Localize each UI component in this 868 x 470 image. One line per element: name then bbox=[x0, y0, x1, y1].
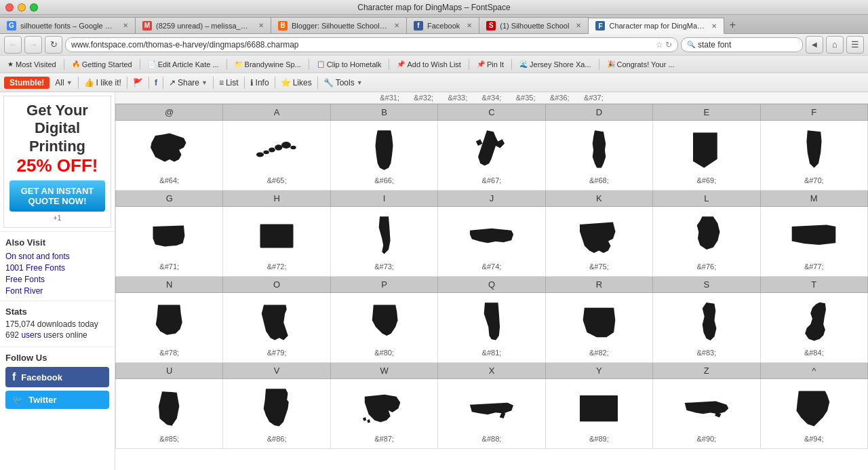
char-cell-z[interactable]: &#90; bbox=[653, 379, 760, 449]
char-cell-h[interactable]: &#72; bbox=[223, 207, 330, 277]
toolbar-all[interactable]: All ▼ bbox=[55, 78, 72, 87]
bookmark-brandywine[interactable]: 📁 Brandywine Sp... bbox=[231, 59, 304, 70]
tab-close-icon[interactable]: ✕ bbox=[123, 22, 128, 29]
bookmark-label: Congrats! Your ... bbox=[617, 60, 675, 68]
link-1001-fonts[interactable]: 1001 Free Fonts bbox=[5, 263, 109, 273]
tab-google-search[interactable]: G silhouette fonts – Google Search ✕ bbox=[0, 17, 136, 33]
tab-silhouette[interactable]: S (1) Silhouette School ✕ bbox=[479, 17, 589, 33]
col-header-p: P bbox=[330, 277, 437, 293]
tab-close-icon[interactable]: ✕ bbox=[576, 22, 581, 29]
toolbar-flag[interactable]: 🚩 bbox=[133, 78, 143, 87]
col-header-c: C bbox=[438, 104, 545, 121]
char-cell-l[interactable]: &#76; bbox=[653, 207, 760, 277]
sidebar-ad: Get Your Digital Printing 25% OFF! GET A… bbox=[0, 96, 115, 232]
toolbar-list[interactable]: ≡ List bbox=[219, 78, 239, 87]
bookmark-clip[interactable]: 📋 Clip to Hometalk bbox=[313, 59, 385, 70]
char-cell-q[interactable]: &#81; bbox=[438, 293, 545, 363]
char-cell-d[interactable]: &#68; bbox=[545, 121, 652, 191]
tab-close-icon[interactable]: ✕ bbox=[394, 22, 399, 29]
char-cell-r[interactable]: &#82; bbox=[545, 293, 652, 363]
search-bar[interactable]: 🔍 state font bbox=[681, 37, 803, 52]
state-shape-arizona bbox=[679, 126, 734, 174]
bookmark-pinit[interactable]: 📌 Pin It bbox=[473, 59, 507, 70]
char-cell-t[interactable]: &#84; bbox=[760, 293, 867, 363]
facebook-icon: f bbox=[155, 78, 157, 87]
bookmark-congrats[interactable]: 🎉 Congrats! Your ... bbox=[604, 59, 678, 70]
stumbleupon-toolbar: Stumble! All ▼ 👍 I like it! 🚩 f ↗ Share … bbox=[0, 73, 868, 92]
minimize-button[interactable] bbox=[18, 3, 26, 12]
forward-button[interactable]: → bbox=[24, 36, 42, 54]
twitter-follow-button[interactable]: 🐦 Twitter bbox=[5, 391, 109, 409]
follow-section: Follow Us f Facebook 🐦 Twitter bbox=[0, 347, 115, 418]
char-cell-a[interactable]: &#65; bbox=[223, 121, 330, 191]
window-controls[interactable] bbox=[5, 3, 38, 12]
tab-close-icon[interactable]: ✕ bbox=[467, 22, 472, 29]
link-font-river[interactable]: Font River bbox=[5, 286, 109, 296]
new-tab-button[interactable]: + bbox=[724, 17, 741, 33]
tab-close-icon[interactable]: ✕ bbox=[711, 22, 717, 30]
char-cell-s[interactable]: &#83; bbox=[653, 293, 760, 363]
state-shape-kentucky bbox=[465, 212, 519, 260]
stumble-button[interactable]: Stumble! bbox=[4, 77, 50, 89]
tab-label: (8259 unread) – melissa_viscou... bbox=[156, 22, 252, 30]
char-cell-o[interactable]: &#79; bbox=[223, 293, 330, 363]
char-cell-e[interactable]: &#69; bbox=[653, 121, 760, 191]
bookmark-most-visited[interactable]: ★ Most Visited bbox=[4, 59, 60, 70]
char-cell-y[interactable]: &#89; bbox=[545, 379, 652, 449]
nav-menu-button[interactable]: ☰ bbox=[846, 36, 864, 54]
char-cell-u[interactable]: &#85; bbox=[116, 379, 223, 449]
reload-icon[interactable]: ↻ bbox=[665, 40, 672, 50]
bookmark-edit-article[interactable]: 📄 Edit Article Kate ... bbox=[144, 59, 222, 70]
ad-cta-button[interactable]: GET AN INSTANT QUOTE NOW! bbox=[9, 180, 105, 212]
toolbar-info[interactable]: ℹ Info bbox=[250, 78, 269, 87]
tab-close-icon[interactable]: ✕ bbox=[258, 22, 264, 29]
state-shape-georgia bbox=[357, 298, 412, 346]
maximize-button[interactable] bbox=[30, 3, 38, 12]
back-button[interactable]: ← bbox=[4, 36, 22, 54]
char-cell-b[interactable]: &#66; bbox=[330, 121, 437, 191]
toolbar-thumbs-up[interactable]: 👍 I like it! bbox=[84, 78, 121, 87]
char-cell-f[interactable]: &#70; bbox=[760, 121, 867, 191]
facebook-follow-button[interactable]: f Facebook bbox=[5, 367, 109, 387]
char-cell-m[interactable]: &#77; bbox=[760, 207, 867, 277]
toolbar-facebook-icon[interactable]: f bbox=[155, 78, 157, 87]
url-bar[interactable]: www.fontspace.com/thomas-e-harvey/dingma… bbox=[65, 37, 678, 52]
tab-blogger[interactable]: B Blogger: Silhouette School – Cr... ✕ bbox=[271, 17, 407, 33]
tab-facebook[interactable]: f Facebook ✕ bbox=[407, 17, 479, 33]
char-cell-at[interactable]: &#64; bbox=[116, 121, 223, 191]
users-link[interactable]: users bbox=[21, 330, 41, 340]
ad-box[interactable]: Get Your Digital Printing 25% OFF! GET A… bbox=[3, 96, 111, 228]
bookmark-wishlist[interactable]: 📌 Add to Wish List bbox=[393, 59, 464, 70]
char-cell-j[interactable]: &#74; bbox=[438, 207, 545, 277]
link-on-snot[interactable]: On snot and fonts bbox=[5, 252, 109, 261]
nav-extra-button[interactable]: ◀ bbox=[806, 36, 823, 54]
toolbar-likes[interactable]: ⭐ Likes bbox=[281, 78, 312, 87]
refresh-button[interactable]: ↻ bbox=[45, 36, 62, 54]
toolbar-tools[interactable]: 🔧 Tools ▼ bbox=[323, 78, 363, 87]
char-entity: &#86; bbox=[226, 435, 327, 443]
state-svg bbox=[790, 221, 837, 250]
char-cell-v[interactable]: &#86; bbox=[223, 379, 330, 449]
bookmark-icon[interactable]: ☆ bbox=[656, 40, 663, 50]
col-header-l: L bbox=[653, 191, 760, 207]
tab-email[interactable]: M (8259 unread) – melissa_viscou... ✕ bbox=[136, 17, 271, 33]
char-cell-x[interactable]: &#88; bbox=[438, 379, 545, 449]
tab-fontspace[interactable]: F Character map for DingMaps –... ✕ bbox=[589, 18, 724, 34]
bookmark-getting-started[interactable]: 🔥 Getting Started bbox=[68, 59, 136, 70]
char-cell-k[interactable]: &#75; bbox=[545, 207, 652, 277]
char-cell-p[interactable]: &#80; bbox=[330, 293, 437, 363]
toolbar-share[interactable]: ↗ Share ▼ bbox=[169, 78, 208, 87]
col-header-o: O bbox=[223, 277, 330, 293]
char-cell-n[interactable]: &#78; bbox=[116, 293, 223, 363]
char-cell-c[interactable]: &#67; bbox=[438, 121, 545, 191]
nav-home-button[interactable]: ⌂ bbox=[826, 36, 844, 54]
bookmark-jersey[interactable]: 🌊 Jersey Shore Xa... bbox=[516, 59, 595, 70]
char-cell-caret[interactable]: &#94; bbox=[760, 379, 867, 449]
link-free-fonts[interactable]: Free Fonts bbox=[5, 275, 109, 284]
char-cell-i[interactable]: &#73; bbox=[330, 207, 437, 277]
state-shape-hawaii bbox=[250, 126, 304, 174]
char-cell-g[interactable]: &#71; bbox=[116, 207, 223, 277]
char-cell-w[interactable]: &#87; bbox=[330, 379, 437, 449]
close-button[interactable] bbox=[5, 3, 14, 12]
tab-favicon: G bbox=[7, 21, 16, 31]
